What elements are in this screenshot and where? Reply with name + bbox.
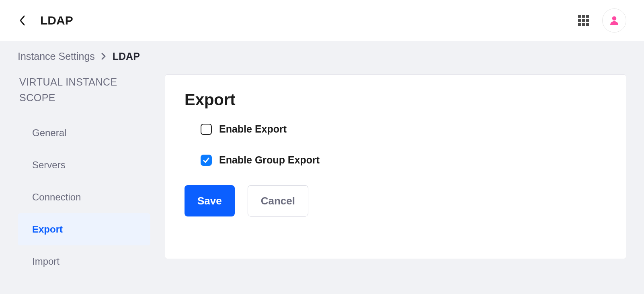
svg-point-9 xyxy=(612,16,617,21)
sidebar-item-servers[interactable]: Servers xyxy=(18,149,150,181)
chevron-left-icon xyxy=(19,15,26,26)
breadcrumb-parent[interactable]: Instance Settings xyxy=(18,51,95,62)
sidebar-item-connection[interactable]: Connection xyxy=(18,181,150,213)
svg-rect-5 xyxy=(586,19,589,22)
svg-rect-8 xyxy=(586,23,589,26)
grid-icon xyxy=(578,14,590,27)
svg-rect-3 xyxy=(578,19,581,22)
checkbox-enable-group-export[interactable] xyxy=(201,155,212,166)
breadcrumb-current: LDAP xyxy=(113,51,140,62)
svg-rect-1 xyxy=(582,15,585,18)
svg-rect-4 xyxy=(582,19,585,22)
checkbox-label-enable-export: Enable Export xyxy=(219,123,287,135)
check-icon xyxy=(203,157,210,164)
avatar[interactable] xyxy=(602,8,626,33)
svg-rect-2 xyxy=(586,15,589,18)
field-enable-export: Enable Export xyxy=(185,123,607,135)
checkbox-label-enable-group-export: Enable Group Export xyxy=(219,154,320,166)
sidebar-item-label: Connection xyxy=(32,192,81,203)
sidebar: VIRTUAL INSTANCE SCOPE General Servers C… xyxy=(18,74,150,278)
sidebar-heading: VIRTUAL INSTANCE SCOPE xyxy=(18,74,150,106)
back-button[interactable] xyxy=(18,16,27,25)
panel-heading: Export xyxy=(185,91,607,109)
sidebar-item-import[interactable]: Import xyxy=(18,245,150,278)
svg-rect-0 xyxy=(578,15,581,18)
sidebar-item-label: Servers xyxy=(32,159,66,171)
field-enable-group-export: Enable Group Export xyxy=(185,154,607,166)
sidebar-item-label: Import xyxy=(32,256,59,267)
main-area: Instance Settings LDAP VIRTUAL INSTANCE … xyxy=(0,41,644,294)
breadcrumb: Instance Settings LDAP xyxy=(0,41,644,67)
user-icon xyxy=(609,15,620,26)
content-row: VIRTUAL INSTANCE SCOPE General Servers C… xyxy=(0,67,644,278)
sidebar-item-label: General xyxy=(32,127,66,139)
cancel-button[interactable]: Cancel xyxy=(248,185,308,216)
sidebar-item-export[interactable]: Export xyxy=(18,213,150,245)
page-title: LDAP xyxy=(40,14,73,27)
apps-button[interactable] xyxy=(576,13,591,28)
sidebar-item-label: Export xyxy=(32,224,63,235)
top-header-right xyxy=(576,8,626,33)
chevron-right-icon xyxy=(101,51,106,62)
sidebar-item-general[interactable]: General xyxy=(18,117,150,149)
top-header-left: LDAP xyxy=(18,14,73,27)
svg-rect-7 xyxy=(582,23,585,26)
save-button[interactable]: Save xyxy=(185,185,235,216)
panel-export: Export Enable Export Enable Group Export xyxy=(165,74,626,259)
button-row: Save Cancel xyxy=(185,185,607,216)
checkbox-enable-export[interactable] xyxy=(201,124,212,135)
svg-rect-6 xyxy=(578,23,581,26)
top-header: LDAP xyxy=(0,0,644,41)
